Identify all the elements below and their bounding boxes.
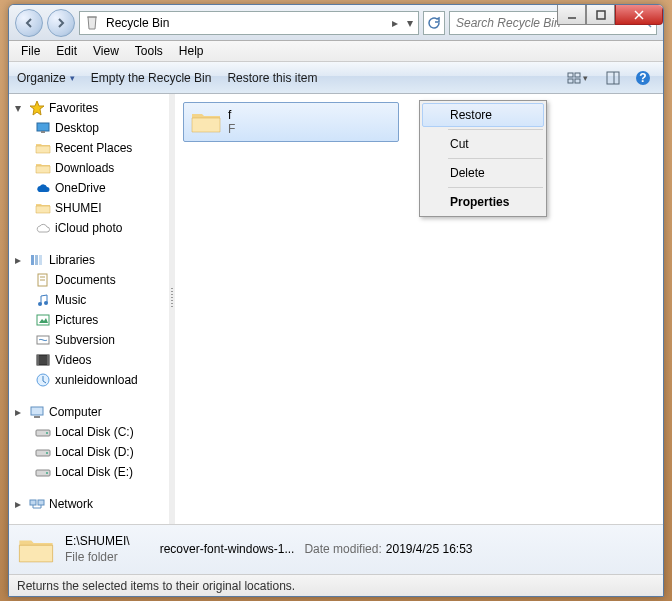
- sidebar-item-disk-e[interactable]: Local Disk (E:): [9, 462, 169, 482]
- svg-rect-41: [38, 500, 44, 505]
- forward-button[interactable]: [47, 9, 75, 37]
- libraries-header[interactable]: ▸ Libraries: [9, 250, 169, 270]
- sidebar-item-shumei[interactable]: SHUMEI: [9, 198, 169, 218]
- expand-icon: ▸: [15, 253, 25, 267]
- details-col-modified: Date modified: 2019/4/25 16:53: [304, 542, 472, 558]
- command-bar: Organize ▾ Empty the Recycle Bin Restore…: [9, 62, 663, 94]
- computer-label: Computer: [49, 405, 102, 419]
- context-delete[interactable]: Delete: [422, 161, 544, 185]
- content-area: ▾ Favorites Desktop Recent Places Downlo…: [9, 94, 663, 524]
- pictures-icon: [35, 312, 51, 328]
- sidebar-item-label: Local Disk (E:): [55, 465, 133, 479]
- restore-item-button[interactable]: Restore this item: [227, 71, 317, 85]
- sidebar-item-videos[interactable]: Videos: [9, 350, 169, 370]
- sidebar-item-documents[interactable]: Documents: [9, 270, 169, 290]
- details-orig-name: recover-font-windows-1...: [160, 542, 295, 558]
- details-folder-icon: [17, 531, 55, 569]
- svg-rect-1: [597, 11, 605, 19]
- close-button[interactable]: [615, 5, 663, 25]
- sidebar-item-recent-places[interactable]: Recent Places: [9, 138, 169, 158]
- file-item-selected[interactable]: f F: [183, 102, 399, 142]
- svg-rect-29: [37, 355, 39, 365]
- details-path: E:\SHUMEI\: [65, 534, 130, 550]
- sidebar-item-label: Documents: [55, 273, 116, 287]
- computer-header[interactable]: ▸ Computer: [9, 402, 169, 422]
- file-sub: F: [228, 122, 235, 136]
- sidebar-item-label: SHUMEI: [55, 201, 102, 215]
- details-type: File folder: [65, 550, 130, 566]
- address-dropdown-icon[interactable]: ▾: [402, 16, 418, 30]
- address-bar[interactable]: Recycle Bin ▸ ▾: [79, 11, 419, 35]
- context-separator: [448, 158, 543, 159]
- sidebar-item-label: xunleidownload: [55, 373, 138, 387]
- empty-recycle-bin-button[interactable]: Empty the Recycle Bin: [91, 71, 212, 85]
- sidebar-item-disk-d[interactable]: Local Disk (D:): [9, 442, 169, 462]
- menu-help[interactable]: Help: [171, 42, 212, 60]
- menu-file[interactable]: File: [13, 42, 48, 60]
- status-bar: Returns the selected items to their orig…: [9, 574, 663, 596]
- recycle-bin-icon: [84, 15, 100, 31]
- svg-rect-18: [35, 255, 38, 265]
- back-button[interactable]: [15, 9, 43, 37]
- menu-view[interactable]: View: [85, 42, 127, 60]
- preview-pane-button[interactable]: [601, 67, 625, 89]
- context-properties[interactable]: Properties: [422, 190, 544, 214]
- svg-rect-30: [47, 355, 49, 365]
- organize-dropdown-icon: ▾: [70, 73, 75, 83]
- sidebar-item-label: Pictures: [55, 313, 98, 327]
- sidebar-item-downloads[interactable]: Downloads: [9, 158, 169, 178]
- expand-icon: ▸: [15, 405, 25, 419]
- favorites-header[interactable]: ▾ Favorites: [9, 98, 169, 118]
- folder-icon: [35, 200, 51, 216]
- help-button[interactable]: ?: [631, 67, 655, 89]
- status-text: Returns the selected items to their orig…: [17, 579, 295, 593]
- computer-group: ▸ Computer Local Disk (C:) Local Disk (D…: [9, 402, 169, 482]
- organize-label: Organize: [17, 71, 66, 85]
- subversion-icon: [35, 332, 51, 348]
- refresh-button[interactable]: [423, 11, 445, 35]
- sidebar-item-disk-c[interactable]: Local Disk (C:): [9, 422, 169, 442]
- address-chevron-icon[interactable]: ▸: [388, 16, 402, 30]
- svg-point-39: [46, 472, 48, 474]
- sidebar-item-pictures[interactable]: Pictures: [9, 310, 169, 330]
- music-icon: [35, 292, 51, 308]
- sidebar-item-music[interactable]: Music: [9, 290, 169, 310]
- context-separator: [448, 187, 543, 188]
- sidebar-item-label: OneDrive: [55, 181, 106, 195]
- sidebar-item-onedrive[interactable]: OneDrive: [9, 178, 169, 198]
- svg-point-23: [38, 302, 42, 306]
- sidebar-item-label: Recent Places: [55, 141, 132, 155]
- svg-text:?: ?: [639, 71, 646, 85]
- network-header[interactable]: ▸ Network: [9, 494, 169, 514]
- sidebar-item-label: Downloads: [55, 161, 114, 175]
- downloads-icon: [35, 160, 51, 176]
- context-menu: Restore Cut Delete Properties: [419, 100, 547, 217]
- sidebar-item-label: iCloud photo: [55, 221, 122, 235]
- sidebar-item-label: Local Disk (C:): [55, 425, 134, 439]
- folder-icon: [190, 106, 222, 138]
- svg-rect-10: [607, 72, 619, 84]
- favorites-icon: [29, 100, 45, 116]
- menu-edit[interactable]: Edit: [48, 42, 85, 60]
- file-list-area[interactable]: f F Restore Cut Delete Properties: [175, 94, 663, 524]
- sidebar-item-icloud[interactable]: iCloud photo: [9, 218, 169, 238]
- details-mod-label: Date modified:: [304, 542, 381, 558]
- details-col-path: E:\SHUMEI\ File folder: [65, 534, 130, 565]
- view-options-button[interactable]: ▾: [559, 67, 595, 89]
- disk-icon: [35, 424, 51, 440]
- navigation-pane: ▾ Favorites Desktop Recent Places Downlo…: [9, 94, 169, 524]
- menu-tools[interactable]: Tools: [127, 42, 171, 60]
- sidebar-item-desktop[interactable]: Desktop: [9, 118, 169, 138]
- organize-button[interactable]: Organize ▾: [17, 71, 75, 85]
- sidebar-item-label: Subversion: [55, 333, 115, 347]
- sidebar-item-subversion[interactable]: Subversion: [9, 330, 169, 350]
- details-pane: E:\SHUMEI\ File folder recover-font-wind…: [9, 524, 663, 574]
- menu-bar: File Edit View Tools Help: [9, 41, 663, 62]
- context-cut[interactable]: Cut: [422, 132, 544, 156]
- onedrive-icon: [35, 180, 51, 196]
- favorites-group: ▾ Favorites Desktop Recent Places Downlo…: [9, 98, 169, 238]
- sidebar-item-xunlei[interactable]: xunleidownload: [9, 370, 169, 390]
- minimize-button[interactable]: [557, 5, 586, 25]
- context-restore[interactable]: Restore: [422, 103, 544, 127]
- maximize-button[interactable]: [586, 5, 615, 25]
